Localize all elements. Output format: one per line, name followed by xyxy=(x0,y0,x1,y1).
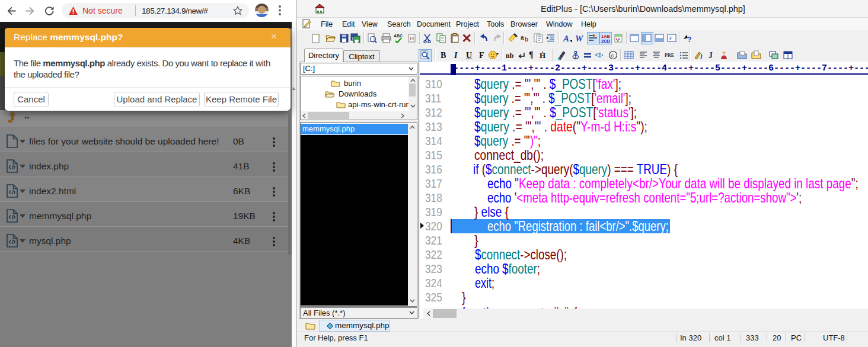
svg-text:c: c xyxy=(611,53,614,59)
svg-text:A: A xyxy=(563,34,569,43)
svg-text:b: b xyxy=(525,36,528,43)
svg-text:?: ? xyxy=(687,36,691,43)
svg-text:J: J xyxy=(700,53,703,60)
svg-text:2CD: 2CD xyxy=(601,38,611,43)
svg-text:a: a xyxy=(521,34,524,41)
svg-text:F: F xyxy=(669,36,673,41)
svg-text:W: W xyxy=(575,34,584,43)
svg-text:ABC: ABC xyxy=(394,34,403,38)
svg-text:H: H xyxy=(410,36,414,41)
